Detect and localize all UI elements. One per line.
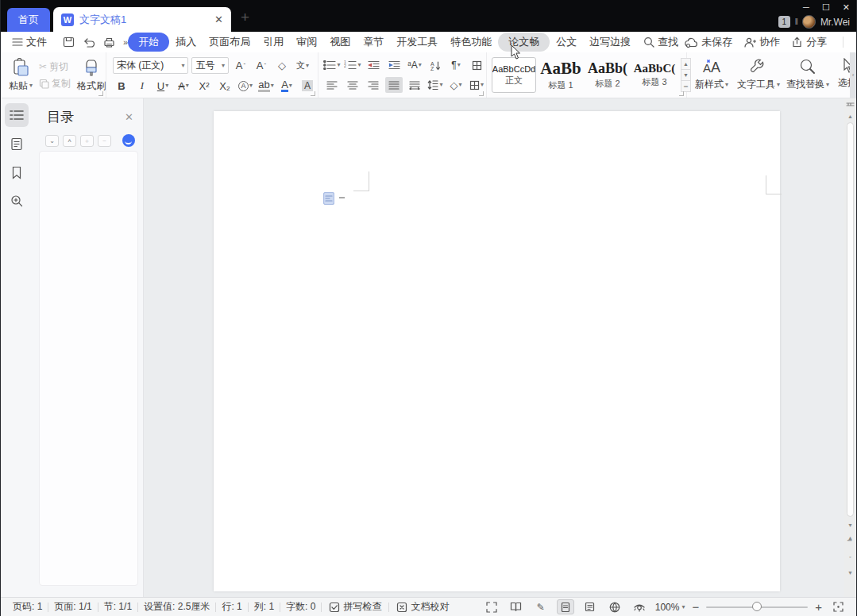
ribbon-tab[interactable]: 审阅 bbox=[290, 33, 323, 52]
new-tab-button[interactable]: + bbox=[241, 9, 249, 26]
promote-button[interactable]: ＋ bbox=[80, 135, 94, 147]
align-right-button[interactable] bbox=[365, 77, 382, 93]
superscript-button[interactable]: X² bbox=[195, 78, 213, 94]
bold-button[interactable]: B bbox=[113, 78, 130, 94]
underline-button[interactable]: U▾ bbox=[154, 78, 172, 94]
save-status[interactable]: 未保存 bbox=[685, 35, 732, 49]
read-view-button[interactable] bbox=[508, 599, 525, 614]
pinyin-guide-button[interactable]: 文▾ bbox=[294, 58, 311, 74]
close-window-button[interactable]: ✕ bbox=[843, 2, 850, 13]
sort-button[interactable]: AZ bbox=[427, 57, 444, 73]
style-card[interactable]: AaBb( 标题 2 bbox=[585, 57, 630, 93]
avatar[interactable] bbox=[802, 15, 816, 29]
document-tab[interactable]: W 文字文稿1 ✕ bbox=[53, 7, 231, 32]
user-account[interactable]: 1 ‖ Mr.Wei bbox=[778, 15, 850, 29]
scrollbar-thumb[interactable] bbox=[847, 122, 854, 517]
style-card[interactable]: AaBbC( 标题 3 bbox=[632, 57, 677, 93]
paragraph-dialog-launcher[interactable] bbox=[479, 91, 484, 96]
ribbon-collapse-strip[interactable]: ‹ bbox=[850, 52, 856, 98]
ribbon-tab[interactable]: 页面布局 bbox=[203, 33, 257, 52]
increase-indent-button[interactable] bbox=[385, 57, 403, 73]
find-menu[interactable]: 查找 bbox=[637, 33, 685, 52]
print-icon[interactable] bbox=[103, 37, 115, 48]
zoom-out-button[interactable]: − bbox=[692, 600, 699, 614]
smart-contents-toggle[interactable] bbox=[122, 134, 135, 147]
decrease-indent-button[interactable] bbox=[365, 57, 382, 73]
increase-font-button[interactable]: Aˆ bbox=[232, 58, 249, 74]
styles-dialog-launcher[interactable] bbox=[679, 91, 684, 96]
home-button[interactable]: 首页 bbox=[7, 8, 50, 32]
bullets-button[interactable]: ▾ bbox=[323, 57, 341, 73]
smart-document-icon[interactable] bbox=[323, 192, 334, 205]
align-center-button[interactable] bbox=[344, 77, 361, 93]
ribbon-tab[interactable]: 章节 bbox=[357, 33, 390, 52]
paste-button[interactable]: 粘贴▾ bbox=[6, 56, 36, 94]
print-layout-button[interactable] bbox=[557, 599, 574, 614]
zoom-slider-knob[interactable] bbox=[752, 602, 762, 611]
minimize-button[interactable]: ─ bbox=[803, 2, 809, 12]
find-replace-button[interactable]: 查找替换▾ bbox=[786, 56, 830, 93]
clear-format-button[interactable]: ◇ bbox=[273, 58, 291, 74]
ink-view-button[interactable]: ✎ bbox=[532, 599, 550, 614]
shading-button[interactable]: ◇▾ bbox=[447, 77, 465, 93]
font-size-combo[interactable]: 五号 ▾ bbox=[191, 57, 229, 74]
demote-button[interactable]: − bbox=[98, 135, 111, 147]
undo-icon[interactable] bbox=[83, 37, 95, 48]
copy-button[interactable]: 复制 bbox=[39, 77, 71, 90]
status-item[interactable]: 节: 1/1 bbox=[98, 600, 137, 614]
numbering-button[interactable]: 12▾ bbox=[344, 57, 361, 73]
style-card[interactable]: AaBb 标题 1 bbox=[539, 57, 583, 93]
font-color-button[interactable]: A▾ bbox=[278, 78, 295, 94]
asian-layout-button[interactable]: ᵃA▾ bbox=[406, 57, 423, 73]
scroll-down-icon[interactable]: ▼ bbox=[844, 517, 856, 533]
new-style-button[interactable]: AA 新样式▾ bbox=[692, 56, 732, 93]
subscript-button[interactable]: X₂ bbox=[216, 78, 234, 94]
font-dialog-launcher[interactable] bbox=[311, 91, 315, 96]
strikethrough-button[interactable]: A▾ bbox=[175, 78, 192, 94]
fit-page-button[interactable] bbox=[829, 599, 847, 614]
close-tab-icon[interactable]: ✕ bbox=[214, 13, 223, 25]
status-item[interactable]: 设置值: 2.5厘米 bbox=[138, 600, 215, 614]
highlight-button[interactable]: ab▾ bbox=[257, 78, 275, 94]
outline-pane-button[interactable] bbox=[5, 103, 29, 127]
web-view-button[interactable] bbox=[606, 599, 623, 614]
status-item[interactable]: 行: 1 bbox=[216, 600, 247, 614]
collapse-all-button[interactable]: ˄ bbox=[63, 135, 76, 147]
ribbon-tab[interactable]: 插入 bbox=[169, 33, 203, 52]
eye-protect-button[interactable] bbox=[631, 599, 648, 614]
align-left-button[interactable] bbox=[323, 77, 341, 93]
document-canvas[interactable] bbox=[144, 98, 844, 597]
outline-view-button[interactable] bbox=[581, 599, 599, 614]
save-icon[interactable] bbox=[63, 37, 75, 48]
decrease-font-button[interactable]: Aˇ bbox=[253, 58, 270, 74]
file-menu[interactable]: 文件 bbox=[6, 33, 53, 52]
status-item[interactable]: 字数: 0 bbox=[280, 600, 321, 614]
columns-button[interactable] bbox=[468, 57, 485, 73]
show-marks-button[interactable]: ¶▾ bbox=[447, 57, 465, 73]
select-button[interactable]: 选择 bbox=[835, 56, 851, 91]
scroll-up-icon[interactable]: ▲ bbox=[844, 111, 856, 121]
ruler-toggle-icon[interactable] bbox=[846, 102, 855, 108]
style-card[interactable]: AaBbCcDd 正文 bbox=[492, 57, 536, 93]
line-spacing-button[interactable]: ▾ bbox=[427, 77, 444, 93]
font-name-combo[interactable]: 宋体 (正文) ▾ bbox=[113, 57, 188, 74]
zoom-level[interactable]: 100% ▾ bbox=[655, 602, 685, 613]
clipboard-dialog-launcher[interactable] bbox=[98, 91, 103, 96]
italic-button[interactable]: I bbox=[133, 78, 151, 94]
cut-button[interactable]: ✂ 剪切 bbox=[39, 60, 71, 74]
enclose-character-button[interactable]: A▾ bbox=[237, 78, 254, 94]
format-painter-button[interactable]: 格式刷 bbox=[74, 56, 109, 94]
text-tool-button[interactable]: 文字工具▾ bbox=[736, 56, 781, 93]
proofing-pane-button[interactable] bbox=[5, 132, 29, 156]
fullscreen-view-button[interactable] bbox=[483, 599, 500, 614]
vertical-scrollbar[interactable]: ▲ ▼ ▲▔ ▫ ▼ bbox=[844, 98, 856, 597]
close-panel-icon[interactable]: ✕ bbox=[125, 111, 133, 123]
share-button[interactable]: 分享 bbox=[791, 35, 827, 49]
justify-button[interactable] bbox=[385, 77, 403, 93]
ribbon-tab[interactable]: 公文 bbox=[550, 33, 583, 52]
next-page-icon[interactable]: ▼ bbox=[844, 564, 856, 580]
previous-page-icon[interactable]: ▲▔ bbox=[844, 533, 856, 549]
doc-proof-button[interactable]: 文档校对 bbox=[389, 600, 456, 614]
ribbon-tab[interactable]: 论文畅 bbox=[498, 33, 550, 52]
status-item[interactable]: 列: 1 bbox=[249, 600, 280, 614]
